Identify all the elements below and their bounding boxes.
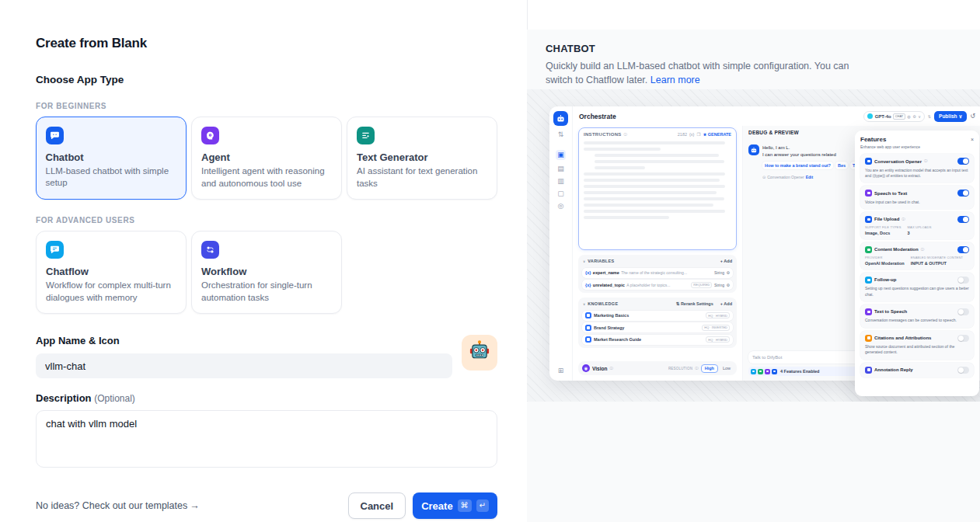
tune-icon: ⇅: [928, 114, 931, 119]
add-variable-button: + Add: [720, 259, 732, 263]
index-mode-badge: HQ · INVERTED: [702, 325, 730, 331]
document-icon: [585, 312, 591, 318]
annotation-icon: [865, 367, 872, 374]
brain-icon: ◍: [907, 114, 910, 119]
feature-card-text-to-speech: Text to Speech Conversation messages can…: [860, 304, 974, 328]
feature-card-speech-to-text: Speech to Text Voice input can be used i…: [860, 186, 974, 209]
info-icon: ⓘ: [695, 367, 699, 371]
eye-icon: ◉: [582, 364, 590, 372]
enter-key-icon: ↵: [476, 499, 489, 512]
info-icon: ⓘ: [624, 133, 628, 137]
templates-link[interactable]: No ideas? Check out our templates→: [36, 500, 200, 511]
toggle-on: [957, 246, 969, 253]
chatbot-icon: [46, 127, 64, 144]
info-icon: ⓘ: [902, 218, 905, 221]
create-button[interactable]: Create ⌘ ↵: [413, 492, 497, 519]
shield-icon: [865, 246, 872, 253]
preview-notes-icon: ▢: [557, 190, 564, 197]
advanced-cards-row: Chatflow Workflow for complex multi-turn…: [36, 231, 497, 314]
toggle-off: [957, 367, 969, 374]
opener-feature-icon: [751, 369, 756, 374]
preview-orchestrate-icon: ▣: [556, 150, 566, 160]
feature-card-annotation-reply: Annotation Reply: [860, 363, 974, 378]
learn-more-link[interactable]: Learn more: [650, 75, 700, 85]
required-badge: REQUIRED: [691, 282, 712, 288]
moderation-feature-icon: [758, 369, 763, 374]
edit-link: Edit: [806, 175, 813, 179]
resolution-label: RESOLUTION: [668, 367, 692, 371]
app-type-card-text-generator[interactable]: Text Generator AI assistant for text gen…: [347, 117, 497, 200]
modal-footer: No ideas? Check out our templates→ Cance…: [36, 492, 497, 519]
choose-app-type-heading: Choose App Type: [36, 74, 497, 85]
app-type-title: Agent: [201, 151, 332, 163]
feature-card-follow-up: Follow-up Setting up next questions sugg…: [860, 273, 974, 301]
app-icon-picker[interactable]: [462, 335, 497, 371]
knowledge-row: Marketing Basics HQ · HYBRID: [582, 311, 733, 321]
chevron-down-icon: ∨: [583, 259, 585, 263]
feature-card-file-upload: File Upload ⓘ SUPPORT FILE TYPES Image, …: [860, 212, 974, 239]
preview-app-robot-icon: [553, 111, 568, 126]
preview-switch-icon: ⇅: [558, 131, 564, 138]
cancel-button[interactable]: Cancel: [348, 492, 406, 519]
description-label: Description (Optional): [36, 392, 497, 404]
history-icon: ↺: [970, 113, 975, 120]
preview-description: Quickly build an LLM-based chatbot with …: [546, 59, 860, 87]
group-label-beginners: FOR BEGINNERS: [36, 102, 497, 110]
optional-hint: (Optional): [94, 393, 135, 404]
app-type-card-chatbot[interactable]: Chatbot LLM-based chatbot with simple se…: [36, 117, 187, 200]
variables-section: ∨ VARIABLES + Add {x} expert_name The na…: [578, 255, 737, 293]
generate-button: ★ GENERATE: [703, 132, 731, 137]
variable-icon: {x}: [585, 283, 591, 287]
suggestion-chip: Bes: [835, 162, 848, 169]
chevron-down-icon: ∨: [918, 114, 921, 119]
app-type-desc: Workflow for complex multi-turn dialogue…: [46, 280, 176, 304]
modal-top-strip: [527, 0, 980, 30]
agent-icon: [201, 127, 219, 144]
feature-card-conversation-opener: Conversation Opener ⓘ You are an entity …: [860, 154, 974, 183]
settings-icon: ⚙: [912, 114, 915, 119]
index-mode-badge: HQ · HYBRID: [706, 312, 730, 318]
model-selector: GPT-4o CHAT ◍ ⚙ ∨: [863, 111, 925, 122]
beginner-cards-row: Chatbot LLM-based chatbot with simple se…: [36, 117, 497, 200]
cmd-key-icon: ⌘: [458, 499, 472, 512]
speaker-icon: [865, 308, 872, 315]
chat-mode-badge: CHAT: [893, 113, 905, 120]
rerank-icon: ⇅: [676, 301, 680, 306]
preview-frame-icon: ⊞: [558, 367, 564, 374]
toggle-on: [957, 190, 969, 197]
preview-title: Orchestrate: [579, 113, 616, 120]
variable-icon: {x}: [689, 132, 694, 137]
index-mode-badge: HQ · HYBRID: [706, 336, 730, 343]
knowledge-row: Market Research Guide HQ · HYBRID: [582, 335, 733, 345]
arrow-right-icon: →: [190, 500, 200, 511]
app-name-label: App Name & Icon: [36, 335, 452, 346]
chatflow-icon: [46, 241, 64, 259]
app-type-card-chatflow[interactable]: Chatflow Workflow for complex multi-turn…: [36, 231, 187, 314]
toggle-off: [957, 308, 969, 315]
toggle-off: [957, 335, 969, 342]
instructions-panel: INSTRUCTIONS ⓘ 2182 {x} ❐ ★ GENERATE: [578, 127, 737, 250]
gear-icon: ⚙: [727, 270, 730, 275]
text-generator-icon: [357, 127, 375, 144]
close-icon: ×: [971, 137, 974, 142]
app-type-desc: Orchestration for single-turn automation…: [201, 280, 332, 304]
app-name-input[interactable]: [36, 353, 452, 378]
vision-section: ◉ Vision ⓘ RESOLUTION ⓘ High Low: [578, 361, 737, 375]
quote-icon: [865, 335, 872, 342]
upload-feature-icon: [772, 369, 777, 374]
folder-icon: [865, 216, 872, 223]
app-type-card-workflow[interactable]: Workflow Orchestration for single-turn a…: [191, 231, 342, 314]
instructions-placeholder-text: [584, 141, 731, 219]
group-label-advanced: FOR ADVANCED USERS: [36, 216, 497, 224]
preview-globe-icon: ◎: [558, 203, 564, 210]
info-icon: ⓘ: [924, 159, 928, 163]
model-provider-icon: [867, 113, 873, 119]
feature-card-citations: Citations and Attributions Show source d…: [860, 331, 974, 360]
variable-row: {x} expert_name The name of the strategi…: [582, 268, 733, 278]
preview-image-icon: ▤: [557, 165, 564, 172]
app-type-card-agent[interactable]: Agent Intelligent agent with reasoning a…: [191, 117, 342, 200]
description-textarea[interactable]: chat with vllm model: [36, 410, 497, 468]
sparkle-icon: ★: [703, 132, 706, 137]
chat-bubble-icon: [865, 158, 872, 165]
app-type-desc: Intelligent agent with reasoning and aut…: [201, 165, 332, 190]
